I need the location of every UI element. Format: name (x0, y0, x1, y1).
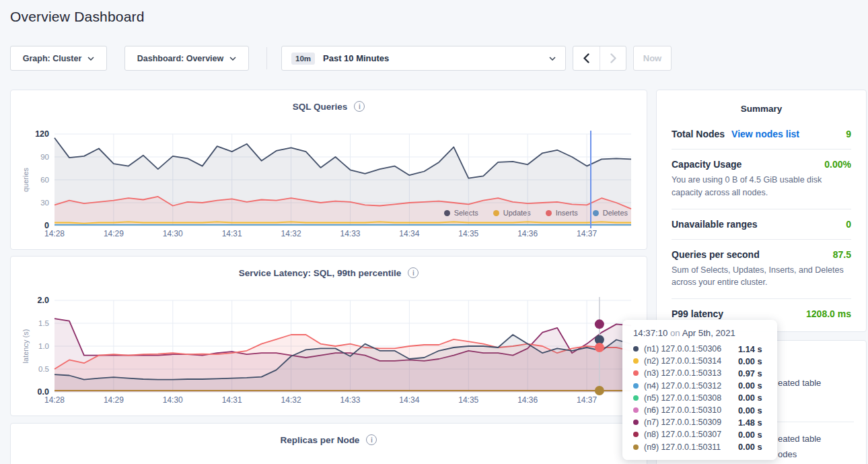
svg-text:14:30: 14:30 (163, 229, 183, 238)
svg-text:14:36: 14:36 (517, 395, 538, 405)
svg-text:14:32: 14:32 (281, 229, 301, 238)
divider (672, 209, 851, 209)
chevron-down-icon (549, 57, 556, 61)
svg-text:1.0: 1.0 (38, 342, 49, 350)
qps-row: Queries per second 87.5 (672, 249, 851, 260)
tooltip-node-value: 1.48 s (738, 418, 762, 428)
tooltip-node-row: (n4) 127.0.0.1:503120.00 s (633, 380, 777, 392)
info-icon[interactable]: i (408, 267, 419, 278)
time-forward-button[interactable] (600, 46, 626, 70)
tooltip-node-value: 0.00 s (738, 380, 762, 391)
p99-latency-row: P99 latency 1208.0 ms (672, 308, 851, 319)
svg-text:14:36: 14:36 (517, 229, 538, 238)
graph-dropdown-label: Graph: Cluster (23, 54, 82, 63)
node-color-dot-icon (633, 395, 639, 401)
chevron-down-icon (229, 57, 236, 61)
unavailable-ranges-value: 0 (846, 219, 851, 230)
replicas-per-node-title: Replicas per Node (281, 435, 360, 445)
svg-text:14:30: 14:30 (163, 395, 183, 405)
svg-text:14:28: 14:28 (44, 229, 65, 238)
p99-latency-label: P99 latency (672, 308, 723, 319)
svg-text:14:33: 14:33 (340, 229, 360, 238)
toolbar-divider (266, 47, 267, 69)
tooltip-node-address: (n6) 127.0.0.1:50310 (644, 405, 738, 415)
tooltip-node-row: (n3) 127.0.0.1:503130.97 s (633, 367, 777, 379)
svg-text:0.5: 0.5 (38, 365, 49, 373)
tooltip-node-address: (n3) 127.0.0.1:50313 (644, 368, 738, 378)
dashboard-dropdown[interactable]: Dashboard: Overview (124, 46, 249, 71)
tooltip-node-row: (n5) 127.0.0.1:503080.00 s (633, 392, 777, 404)
capacity-usage-row: Capacity Usage 0.00% (672, 159, 851, 170)
tooltip-node-value: 1.14 s (738, 344, 762, 354)
page-title: Overview Dashboard (10, 9, 145, 25)
service-latency-chart[interactable]: 0.00.51.01.52.014:2814:2914:3014:3114:32… (11, 294, 648, 411)
svg-text:14:35: 14:35 (458, 395, 478, 405)
total-nodes-value: 9 (846, 129, 851, 139)
tooltip-node-value: 0.00 s (738, 393, 762, 403)
tooltip-node-row: (n9) 127.0.0.1:503110.00 s (633, 441, 777, 453)
chart-hover-tooltip: 14:37:10 on Apr 5th, 2021 (n1) 127.0.0.1… (622, 320, 777, 460)
svg-text:14:37: 14:37 (577, 395, 597, 405)
event-item-text-fragment[interactable]: eated table (778, 434, 821, 444)
svg-text:14:29: 14:29 (104, 395, 124, 405)
svg-text:90: 90 (40, 153, 49, 161)
svg-text:14:37: 14:37 (577, 229, 597, 238)
now-button[interactable]: Now (633, 46, 672, 71)
svg-text:14:33: 14:33 (340, 395, 360, 405)
svg-text:60: 60 (40, 176, 49, 184)
tooltip-node-address: (n1) 127.0.0.1:50306 (644, 344, 738, 354)
replicas-per-node-card: Replicas per Node i (10, 423, 647, 464)
p99-latency-value: 1208.0 ms (806, 308, 851, 319)
node-color-dot-icon (633, 383, 639, 389)
summary-heading: Summary (672, 104, 851, 114)
node-color-dot-icon (633, 420, 639, 425)
tooltip-node-row: (n7) 127.0.0.1:503091.48 s (633, 416, 777, 428)
summary-panel: Summary Total Nodes View nodes list 9 Ca… (656, 90, 867, 332)
node-color-dot-icon (633, 444, 639, 450)
node-color-dot-icon (633, 358, 639, 364)
capacity-usage-description: You are using 0 B of 4.5 GiB usable disk… (672, 174, 851, 199)
service-latency-card: Service Latency: SQL, 99th percentile i … (10, 256, 647, 416)
tooltip-node-row: (n2) 127.0.0.1:503140.00 s (633, 355, 777, 367)
node-color-dot-icon (633, 407, 639, 413)
qps-description: Sum of Selects, Updates, Inserts, and De… (672, 264, 851, 290)
svg-text:14:35: 14:35 (458, 229, 478, 238)
chevron-right-icon (610, 53, 616, 63)
svg-text:120: 120 (35, 129, 49, 139)
tooltip-node-value: 0.97 s (738, 368, 762, 378)
capacity-usage-label: Capacity Usage (672, 159, 742, 170)
svg-text:14:31: 14:31 (222, 229, 242, 238)
tooltip-node-row: (n8) 127.0.0.1:503070.00 s (633, 428, 777, 440)
sql-queries-title: SQL Queries (293, 102, 348, 112)
tooltip-node-row: (n1) 127.0.0.1:503061.14 s (633, 343, 777, 355)
graph-dropdown[interactable]: Graph: Cluster (10, 46, 107, 71)
unavailable-ranges-row: Unavailable ranges 0 (672, 219, 851, 230)
unavailable-ranges-label: Unavailable ranges (672, 219, 758, 230)
svg-text:14:34: 14:34 (399, 229, 419, 238)
info-icon[interactable]: i (366, 434, 377, 445)
tooltip-node-address: (n8) 127.0.0.1:50307 (644, 430, 738, 439)
dashboard-dropdown-label: Dashboard: Overview (137, 54, 224, 63)
info-icon[interactable]: i (354, 101, 365, 112)
tooltip-node-address: (n5) 127.0.0.1:50308 (644, 393, 738, 403)
qps-label: Queries per second (672, 249, 760, 260)
capacity-usage-value: 0.00% (824, 159, 851, 170)
divider (768, 422, 854, 422)
tooltip-node-address: (n9) 127.0.0.1:50311 (644, 442, 738, 452)
view-nodes-list-link[interactable]: View nodes list (731, 129, 799, 139)
time-back-button[interactable] (573, 46, 600, 70)
time-range-badge: 10m (291, 53, 315, 65)
divider (672, 149, 851, 150)
svg-text:1.5: 1.5 (38, 319, 49, 327)
sql-queries-card: SQL Queries i SelectsUpdatesInsertsDelet… (10, 90, 647, 250)
tooltip-timestamp: 14:37:10 on Apr 5th, 2021 (633, 328, 777, 338)
node-color-dot-icon (633, 432, 639, 437)
sql-queries-chart[interactable]: 030609012014:2814:2914:3014:3114:3214:33… (11, 127, 648, 245)
time-range-label: Past 10 Minutes (323, 53, 541, 63)
tooltip-node-value: 0.00 s (738, 405, 762, 416)
event-item-text-fragment[interactable]: odes (778, 449, 797, 459)
svg-text:14:29: 14:29 (104, 229, 124, 238)
event-item-text-fragment[interactable]: eated table (778, 378, 821, 388)
time-range-dropdown[interactable]: 10m Past 10 Minutes (281, 46, 566, 71)
service-latency-title: Service Latency: SQL, 99th percentile (239, 268, 402, 278)
